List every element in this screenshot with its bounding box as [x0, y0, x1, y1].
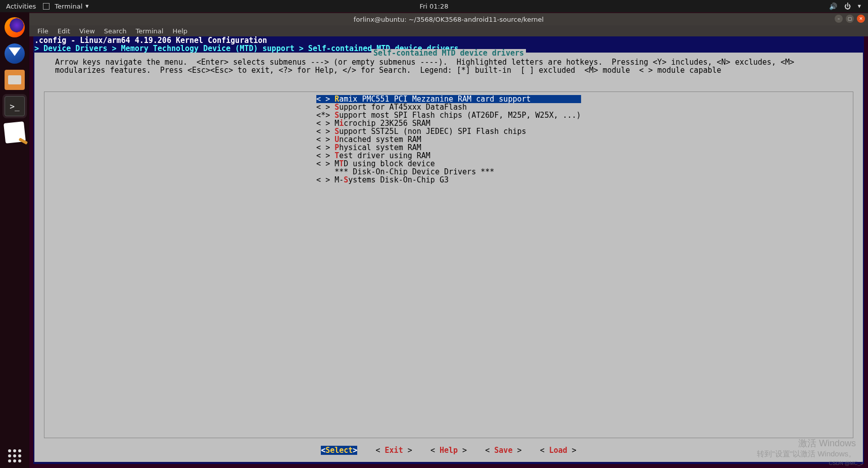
dock-text-editor[interactable]: [3, 120, 27, 145]
titlebar[interactable]: forlinx@ubuntu: ~/3568/OK3568-android11-…: [29, 13, 868, 25]
dock-thunderbird[interactable]: [3, 41, 27, 66]
kconfig-menu-item[interactable]: < > MTD using block device: [316, 160, 581, 168]
kconfig-menu-item[interactable]: < > Support SST25L (non JEDEC) SPI Flash…: [316, 127, 581, 135]
csdn-watermark: CSDN @MC_J: [829, 460, 863, 466]
kconfig-header: .config - Linux/arm64 4.19.206 Kernel Co…: [33, 36, 864, 44]
kconfig-button-bar: <Select> < Exit > < Help > < Save > < Lo…: [35, 446, 862, 454]
files-icon: [5, 70, 25, 90]
kconfig-menu-item[interactable]: < > Microchip 23K256 SRAM: [316, 119, 581, 127]
kconfig-menu-item[interactable]: < > Support for AT45xxx DataFlash: [316, 103, 581, 111]
kconfig-menu-item[interactable]: < > Physical system RAM: [316, 144, 581, 152]
maximize-button[interactable]: ▢: [846, 15, 854, 23]
menu-file[interactable]: File: [33, 27, 53, 35]
menu-help[interactable]: Help: [168, 27, 191, 35]
dock-show-applications[interactable]: [3, 444, 27, 468]
power-icon[interactable]: ⏻: [844, 3, 851, 10]
menu-search[interactable]: Search: [100, 27, 131, 35]
dock-firefox[interactable]: [3, 15, 27, 39]
app-indicator[interactable]: Terminal ▼: [43, 3, 88, 10]
terminal-window: forlinx@ubuntu: ~/3568/OK3568-android11-…: [29, 13, 868, 468]
button-save[interactable]: < Save >: [485, 446, 521, 455]
chevron-down-icon: ▼: [85, 4, 88, 9]
gnome-topbar: Activities Terminal ▼ Fri 01:28 🔊 ⏻ ▼: [0, 0, 868, 12]
menu-view[interactable]: View: [75, 27, 99, 35]
thunderbird-icon: [5, 43, 25, 64]
kconfig-inner-frame: < > Ramix PMC551 PCI Mezzanine RAM card …: [44, 91, 853, 438]
kconfig-menu-item[interactable]: <*> Support most SPI Flash chips (AT26DF…: [316, 111, 581, 119]
kconfig-menu-item[interactable]: < > M-Systems Disk-On-Chip G3: [316, 176, 581, 184]
button-select[interactable]: <Select>: [321, 446, 357, 455]
kconfig-menu-item[interactable]: *** Disk-On-Chip Device Drivers ***: [316, 168, 581, 176]
kconfig-menu-item[interactable]: < > Ramix PMC551 PCI Mezzanine RAM card …: [316, 95, 581, 103]
terminal-app-icon: [43, 3, 50, 10]
dock-terminal[interactable]: >_: [3, 94, 27, 118]
menu-edit[interactable]: Edit: [54, 27, 74, 35]
terminal-menubar: File Edit View Search Terminal Help: [29, 25, 868, 36]
terminal-icon: >_: [5, 96, 25, 116]
kconfig-menu-list[interactable]: < > Ramix PMC551 PCI Mezzanine RAM card …: [316, 95, 581, 184]
kconfig-outer-frame: Self-contained MTD device drivers Arrow …: [34, 53, 863, 462]
chevron-down-icon[interactable]: ▼: [858, 4, 861, 9]
button-help[interactable]: < Help >: [430, 446, 467, 455]
terminal-viewport[interactable]: .config - Linux/arm64 4.19.206 Kernel Co…: [33, 36, 864, 464]
kconfig-menu-item[interactable]: < > Test driver using RAM: [316, 152, 581, 160]
dock-files[interactable]: [3, 68, 27, 92]
close-button[interactable]: ✕: [857, 15, 865, 23]
firefox-icon: [5, 17, 25, 37]
kconfig-help-text: Arrow keys navigate the menu. <Enter> se…: [46, 58, 851, 74]
clock[interactable]: Fri 01:28: [419, 3, 448, 10]
window-title: forlinx@ubuntu: ~/3568/OK3568-android11-…: [354, 16, 544, 23]
kconfig-frame-title: Self-contained MTD device drivers: [371, 49, 526, 57]
volume-icon[interactable]: 🔊: [829, 3, 837, 10]
text-editor-icon: [4, 121, 26, 144]
activities-button[interactable]: Activities: [6, 3, 36, 10]
menu-terminal[interactable]: Terminal: [131, 27, 167, 35]
button-exit[interactable]: < Exit >: [376, 446, 412, 455]
button-load[interactable]: < Load >: [540, 446, 576, 455]
applications-grid-icon: [8, 449, 21, 462]
minimize-button[interactable]: –: [835, 15, 843, 23]
app-indicator-label: Terminal: [55, 3, 82, 10]
kconfig-menu-item[interactable]: < > Uncached system RAM: [316, 135, 581, 144]
dock: >_: [0, 12, 29, 468]
